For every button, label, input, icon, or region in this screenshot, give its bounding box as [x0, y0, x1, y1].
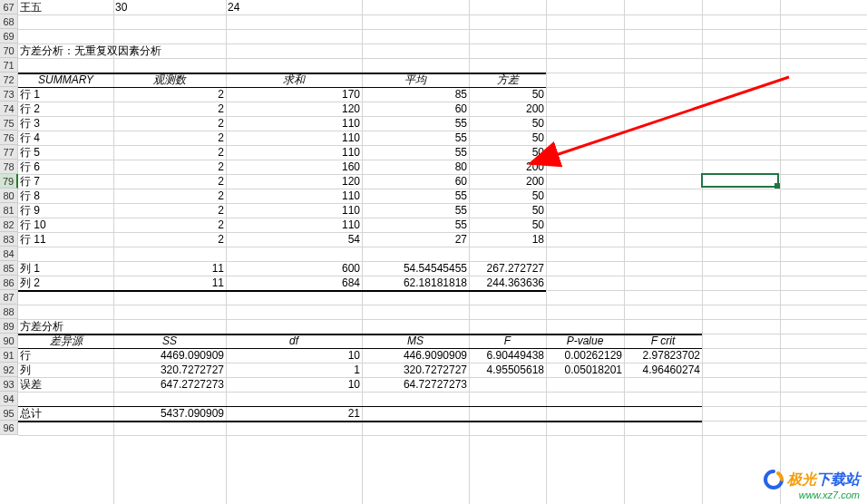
anova-header[interactable]: SS — [113, 334, 226, 348]
row-header[interactable]: 85 — [0, 261, 18, 276]
row-header[interactable]: 71 — [0, 58, 18, 73]
summary-var[interactable]: 50 — [469, 131, 546, 145]
summary-header[interactable]: SUMMARY — [18, 73, 113, 87]
summary-n[interactable]: 2 — [113, 160, 226, 174]
anova-p[interactable]: 0.05018201 — [546, 363, 624, 377]
summary-n[interactable]: 2 — [113, 116, 226, 131]
summary-sum[interactable]: 54 — [226, 232, 362, 247]
cell-name[interactable]: 王五 — [18, 0, 113, 15]
summary-sum[interactable]: 110 — [226, 189, 362, 203]
row-header[interactable]: 96 — [0, 421, 18, 435]
summary-var[interactable]: 50 — [469, 203, 546, 218]
anova-ss[interactable]: 4469.090909 — [113, 348, 226, 363]
anova-fcrit[interactable]: 2.97823702 — [624, 348, 702, 363]
row-header[interactable]: 76 — [0, 131, 18, 145]
anova-fcrit[interactable]: 4.96460274 — [624, 363, 702, 377]
row-header[interactable]: 74 — [0, 102, 18, 116]
row-header[interactable]: 70 — [0, 44, 18, 58]
row-header[interactable]: 92 — [0, 363, 18, 377]
anova-title[interactable]: 方差分析：无重复双因素分析 — [18, 44, 113, 58]
summary-n[interactable]: 2 — [113, 189, 226, 203]
summary-var[interactable]: 50 — [469, 87, 546, 102]
anova-ms[interactable]: 446.9090909 — [362, 348, 469, 363]
summary-row-label[interactable]: 行 10 — [18, 218, 113, 232]
summary-sum[interactable]: 110 — [226, 218, 362, 232]
col-row-label[interactable]: 列 1 — [18, 261, 113, 276]
summary-var[interactable]: 200 — [469, 102, 546, 116]
anova-src[interactable]: 误差 — [18, 377, 113, 392]
anova-ms[interactable]: 320.7272727 — [362, 363, 469, 377]
anova-df[interactable]: 10 — [226, 348, 362, 363]
row-header[interactable]: 77 — [0, 145, 18, 160]
summary-avg[interactable]: 60 — [362, 102, 469, 116]
row-header[interactable]: 68 — [0, 15, 18, 29]
row-header[interactable]: 67 — [0, 0, 18, 15]
summary-var[interactable]: 50 — [469, 218, 546, 232]
summary-avg[interactable]: 55 — [362, 131, 469, 145]
col-n[interactable]: 11 — [113, 261, 226, 276]
col-var[interactable]: 267.272727 — [469, 261, 546, 276]
anova-header[interactable]: 差异源 — [18, 334, 113, 348]
summary-header[interactable]: 观测数 — [113, 73, 226, 87]
summary-sum[interactable]: 120 — [226, 102, 362, 116]
row-header[interactable]: 87 — [0, 290, 18, 305]
anova-df[interactable]: 1 — [226, 363, 362, 377]
cell-value[interactable]: 30 — [113, 0, 226, 15]
summary-row-label[interactable]: 行 1 — [18, 87, 113, 102]
summary-row-label[interactable]: 行 2 — [18, 102, 113, 116]
row-header[interactable]: 88 — [0, 305, 18, 319]
col-n[interactable]: 11 — [113, 276, 226, 290]
summary-row-label[interactable]: 行 5 — [18, 145, 113, 160]
row-header[interactable]: 90 — [0, 334, 18, 348]
summary-row-label[interactable]: 行 4 — [18, 131, 113, 145]
anova-df[interactable]: 10 — [226, 377, 362, 392]
summary-sum[interactable]: 110 — [226, 116, 362, 131]
anova-header[interactable]: df — [226, 334, 362, 348]
summary-avg[interactable]: 27 — [362, 232, 469, 247]
anova-f[interactable]: 4.95505618 — [469, 363, 546, 377]
summary-avg[interactable]: 55 — [362, 116, 469, 131]
summary-avg[interactable]: 55 — [362, 145, 469, 160]
row-header[interactable]: 83 — [0, 232, 18, 247]
spreadsheet[interactable]: 6768697071727374757677787980818283848586… — [0, 0, 867, 504]
summary-row-label[interactable]: 行 6 — [18, 160, 113, 174]
summary-n[interactable]: 2 — [113, 145, 226, 160]
anova-total-ss[interactable]: 5437.090909 — [113, 406, 226, 421]
anova-ms[interactable]: 64.72727273 — [362, 377, 469, 392]
row-header[interactable]: 82 — [0, 218, 18, 232]
summary-n[interactable]: 2 — [113, 203, 226, 218]
summary-sum[interactable]: 120 — [226, 174, 362, 189]
row-header[interactable]: 75 — [0, 116, 18, 131]
summary-sum[interactable]: 160 — [226, 160, 362, 174]
row-header[interactable]: 89 — [0, 319, 18, 334]
summary-row-label[interactable]: 行 7 — [18, 174, 113, 189]
row-header[interactable]: 69 — [0, 29, 18, 44]
summary-avg[interactable]: 55 — [362, 203, 469, 218]
summary-var[interactable]: 200 — [469, 174, 546, 189]
summary-var[interactable]: 200 — [469, 160, 546, 174]
summary-avg[interactable]: 60 — [362, 174, 469, 189]
summary-avg[interactable]: 55 — [362, 189, 469, 203]
summary-sum[interactable]: 110 — [226, 203, 362, 218]
anova-header[interactable]: MS — [362, 334, 469, 348]
row-header[interactable]: 80 — [0, 189, 18, 203]
col-sum[interactable]: 684 — [226, 276, 362, 290]
anova-section-title[interactable]: 方差分析 — [18, 319, 113, 334]
cell-value[interactable]: 24 — [226, 0, 362, 15]
summary-var[interactable]: 18 — [469, 232, 546, 247]
row-header[interactable]: 93 — [0, 377, 18, 392]
summary-row-label[interactable]: 行 3 — [18, 116, 113, 131]
summary-n[interactable]: 2 — [113, 218, 226, 232]
summary-var[interactable]: 50 — [469, 116, 546, 131]
row-header[interactable]: 79 — [0, 174, 18, 189]
summary-var[interactable]: 50 — [469, 145, 546, 160]
summary-n[interactable]: 2 — [113, 131, 226, 145]
row-header[interactable]: 94 — [0, 392, 18, 406]
anova-p[interactable]: 0.00262129 — [546, 348, 624, 363]
row-header[interactable]: 86 — [0, 276, 18, 290]
anova-ss[interactable]: 647.2727273 — [113, 377, 226, 392]
col-avg[interactable]: 54.54545455 — [362, 261, 469, 276]
anova-ss[interactable]: 320.7272727 — [113, 363, 226, 377]
row-header[interactable]: 84 — [0, 247, 18, 261]
col-sum[interactable]: 600 — [226, 261, 362, 276]
